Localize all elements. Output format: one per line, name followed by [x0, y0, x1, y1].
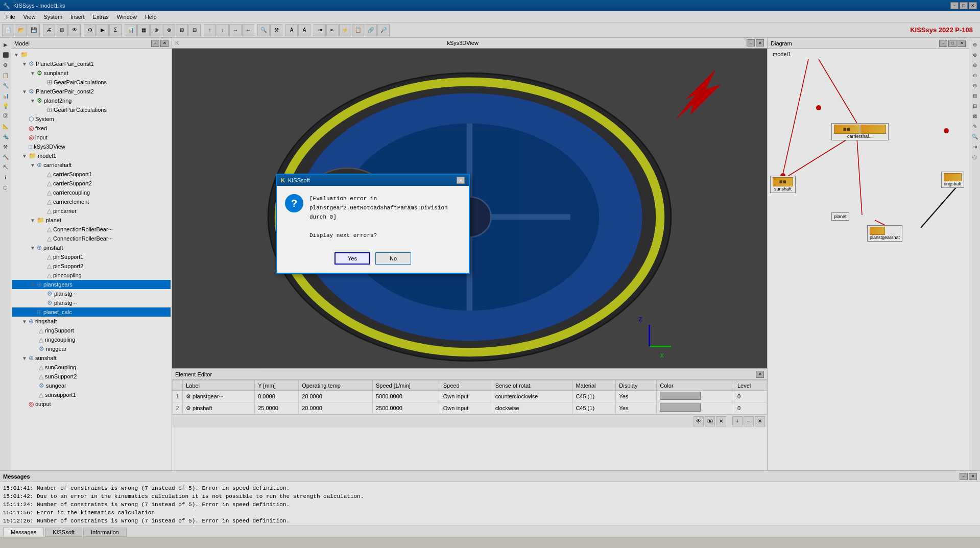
dialog-question-icon: ? — [285, 194, 303, 212]
dialog-close-btn[interactable]: ✕ — [457, 177, 465, 184]
dialog-k-icon: K — [281, 177, 285, 183]
dialog-content: ? [Evaluation error in planstgear2.GetRo… — [277, 186, 469, 248]
dialog-title-content: K KISSsoft — [281, 177, 310, 183]
dialog-buttons: Yes No — [277, 248, 469, 273]
dialog-line4: Display next errors? — [309, 231, 461, 240]
dialog-overlay: K KISSsoft ✕ ? [Evaluation error in plan… — [0, 0, 980, 548]
dialog-yes-btn[interactable]: Yes — [334, 252, 370, 265]
dialog-message: [Evaluation error in planstgear2.GetRotc… — [309, 194, 461, 240]
dialog-no-btn[interactable]: No — [375, 252, 411, 265]
dialog-line1: [Evaluation error in — [309, 194, 461, 203]
dialog-line2: planstgear2.GetRotcadShaftParams:Divisio… — [309, 203, 461, 222]
kisssoft-dialog: K KISSsoft ✕ ? [Evaluation error in plan… — [276, 174, 470, 274]
dialog-line3 — [309, 222, 461, 231]
dialog-title-text: KISSsoft — [288, 177, 310, 183]
dialog-title-bar: K KISSsoft ✕ — [277, 175, 469, 186]
